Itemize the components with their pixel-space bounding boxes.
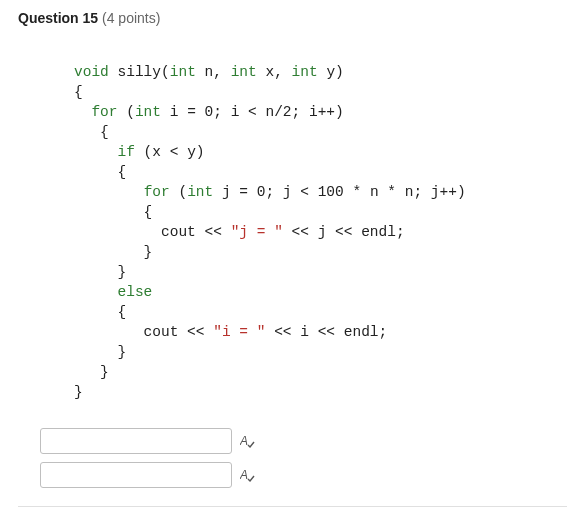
- svg-text:A: A: [240, 468, 248, 482]
- answer-field-1[interactable]: [40, 428, 232, 454]
- divider: [18, 506, 567, 507]
- svg-text:A: A: [240, 434, 248, 448]
- spellcheck-icon[interactable]: A: [240, 468, 256, 482]
- question-header: Question 15 (4 points): [18, 10, 567, 26]
- question-points: (4 points): [102, 10, 160, 26]
- answer-row-2: A: [40, 462, 567, 488]
- answer-field-2[interactable]: [40, 462, 232, 488]
- question-number: Question 15: [18, 10, 98, 26]
- code-block: void silly(int n, int x, int y) { for (i…: [74, 62, 567, 402]
- answer-inputs: A A: [40, 428, 567, 488]
- spellcheck-icon[interactable]: A: [240, 434, 256, 448]
- answer-row-1: A: [40, 428, 567, 454]
